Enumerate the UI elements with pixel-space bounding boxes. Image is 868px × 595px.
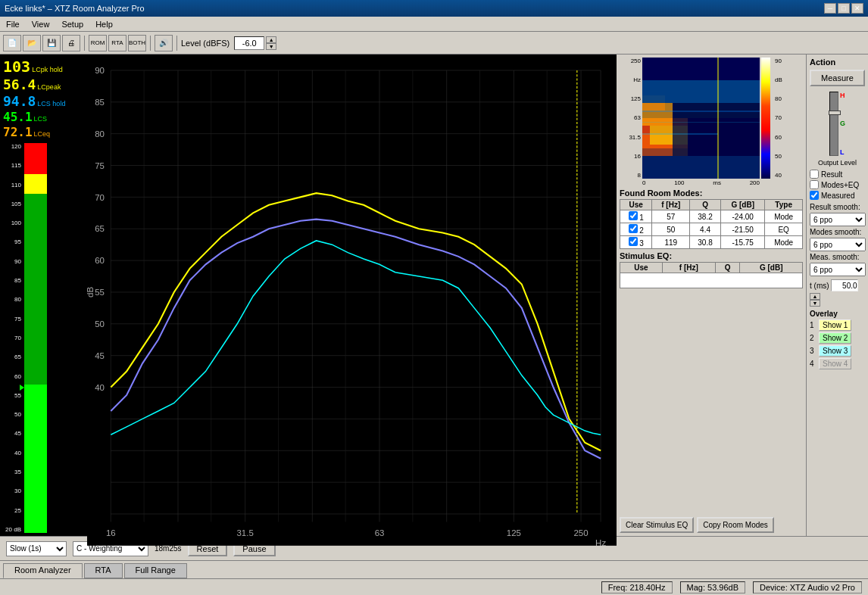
meter-indicator — [20, 385, 24, 391]
close-button[interactable]: ✕ — [851, 3, 863, 14]
rom-button[interactable]: ROM — [89, 35, 107, 51]
level-up-button[interactable]: ▲ — [266, 36, 276, 43]
meter-active-fill — [24, 385, 47, 533]
lcs-hold-label: LCS hold — [37, 100, 65, 107]
col-use: Use — [620, 200, 652, 210]
use-checkbox-2[interactable] — [629, 224, 638, 233]
row3-num: 3 — [639, 239, 644, 248]
svg-rect-61 — [642, 111, 760, 112]
scale-70: 70 — [3, 335, 21, 341]
svg-text:250: 250 — [573, 528, 588, 537]
meter-bar — [24, 143, 47, 533]
scale-50: 50 — [3, 411, 21, 418]
maximize-button[interactable]: □ — [838, 3, 850, 14]
tab-rta[interactable]: RTA — [84, 563, 123, 578]
scale-65: 65 — [3, 354, 21, 360]
t-ms-down-button[interactable]: ▼ — [810, 300, 820, 307]
svg-text:75: 75 — [95, 161, 105, 170]
save-button[interactable]: 💾 — [42, 35, 61, 51]
scale-60: 60 — [3, 373, 21, 380]
show4-button[interactable]: Show 4 — [819, 358, 851, 369]
scale-85: 85 — [3, 277, 21, 284]
svg-text:40: 40 — [95, 383, 105, 392]
modes-eq-label: Modes+EQ — [821, 181, 859, 189]
show2-button[interactable]: Show 2 — [819, 332, 851, 344]
svg-text:63: 63 — [375, 528, 385, 537]
result-checkbox[interactable] — [810, 170, 819, 179]
tab-full-range[interactable]: Full Range — [124, 563, 187, 578]
scale-35: 35 — [3, 469, 21, 475]
right-panel: 250 Hz 125 63 31.5 16 8 — [617, 55, 806, 536]
rta-button[interactable]: RTA — [108, 35, 126, 51]
spec-db-90: 90 — [775, 58, 790, 64]
modes-smooth-select[interactable]: 6 ppo — [810, 238, 866, 251]
scale-80: 80 — [3, 296, 21, 303]
spec-x-ms: ms — [713, 179, 721, 186]
svg-text:60: 60 — [95, 256, 105, 265]
use-checkbox-1[interactable] — [629, 211, 638, 220]
clear-stimulus-eq-button[interactable]: Clear Stimulus EQ — [620, 517, 694, 533]
overlay-num-3: 3 — [810, 347, 817, 355]
icon-button[interactable]: 🔊 — [155, 35, 173, 51]
center-panel: 90 85 80 75 70 65 60 55 50 45 40 dB 16 3… — [87, 55, 617, 536]
copy-room-modes-button[interactable]: Copy Room Modes — [697, 517, 774, 533]
spec-db-80: 80 — [775, 95, 790, 102]
checkboxes-section: Result Modes+EQ Measured — [810, 170, 865, 200]
svg-rect-60 — [688, 118, 760, 156]
t-ms-up-button[interactable]: ▲ — [810, 293, 820, 300]
print-button[interactable]: 🖨 — [62, 35, 80, 51]
menu-file[interactable]: File — [0, 18, 26, 30]
svg-rect-62 — [642, 133, 718, 135]
overlay-row-2: 2 Show 2 — [810, 332, 865, 344]
separator-1 — [84, 36, 85, 51]
svg-text:90: 90 — [95, 66, 105, 75]
both-button[interactable]: BOTH — [128, 35, 146, 51]
toolbar: 📄 📂 💾 🖨 ROM RTA BOTH 🔊 Level (dBFS) ▲ ▼ — [0, 32, 868, 55]
row3-q: 30.8 — [690, 236, 721, 249]
scale-110: 110 — [3, 182, 21, 188]
spec-y-31: 31.5 — [620, 134, 641, 141]
row2-q: 4.4 — [690, 223, 721, 236]
row1-type: Mode — [765, 210, 803, 223]
t-ms-input[interactable] — [831, 279, 858, 291]
spec-y-8: 8 — [620, 172, 641, 179]
overlay-num-2: 2 — [810, 334, 817, 342]
menu-setup[interactable]: Setup — [55, 18, 89, 30]
show1-button[interactable]: Show 1 — [819, 319, 851, 331]
stimulus-eq-table: Use f [Hz] Q G [dB] — [620, 262, 803, 288]
menu-bar: File View Setup Help — [0, 17, 868, 32]
output-level-slider[interactable] — [829, 92, 838, 156]
scale-25: 25 — [3, 507, 21, 514]
measured-checkbox[interactable] — [810, 191, 819, 200]
overlay-num-4: 4 — [810, 360, 817, 368]
menu-help[interactable]: Help — [89, 18, 119, 30]
slow-select[interactable]: Slow (1s) — [6, 541, 67, 556]
new-button[interactable]: 📄 — [3, 35, 21, 51]
col-q: Q — [690, 200, 721, 210]
separator-2 — [150, 36, 151, 51]
result-smooth-select[interactable]: 6 ppo — [810, 213, 866, 226]
meas-smooth-label: Meas. smooth: — [810, 253, 865, 261]
use-checkbox-3[interactable] — [629, 237, 638, 246]
tab-room-analyzer[interactable]: Room Analyzer — [3, 563, 83, 578]
bottom-tabs: Room Analyzer RTA Full Range — [0, 560, 868, 578]
scale-45: 45 — [3, 430, 21, 437]
minimize-button[interactable]: ─ — [824, 3, 836, 14]
row1-q: 38.2 — [690, 210, 721, 223]
modes-eq-checkbox-row: Modes+EQ — [810, 180, 865, 189]
meas-smooth-select[interactable]: 6 ppo — [810, 263, 866, 276]
level-down-button[interactable]: ▼ — [266, 43, 276, 50]
seq-col-freq: f [Hz] — [662, 263, 715, 273]
open-button[interactable]: 📂 — [23, 35, 41, 51]
spectrogram-svg — [642, 58, 760, 179]
chart-area: 90 85 80 75 70 65 60 55 50 45 40 dB 16 3… — [87, 55, 617, 546]
svg-text:65: 65 — [95, 224, 105, 233]
modes-eq-checkbox[interactable] — [810, 180, 819, 189]
level-input[interactable] — [234, 36, 264, 50]
status-mag: Mag: 53.96dB — [680, 581, 746, 593]
slider-thumb — [829, 111, 841, 115]
show3-button[interactable]: Show 3 — [819, 345, 851, 357]
menu-view[interactable]: View — [26, 18, 56, 30]
svg-rect-63 — [642, 122, 760, 123]
measure-button[interactable]: Measure — [810, 70, 865, 86]
